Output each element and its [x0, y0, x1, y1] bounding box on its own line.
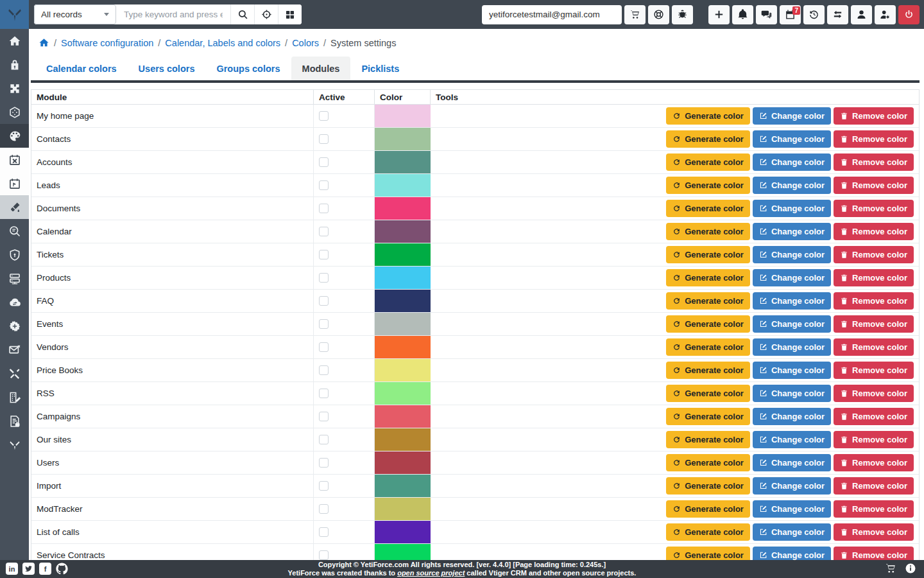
active-checkbox[interactable]	[319, 157, 329, 167]
remove-color-button[interactable]: Remove color	[834, 292, 914, 310]
tab-modules[interactable]: Modules	[291, 57, 351, 80]
active-checkbox[interactable]	[319, 296, 329, 306]
records-filter-select[interactable]: All records	[34, 4, 116, 24]
change-color-button[interactable]: Change color	[753, 454, 831, 471]
remove-color-button[interactable]: Remove color	[834, 315, 914, 333]
sidebar-item-documents[interactable]	[0, 409, 29, 433]
change-color-button[interactable]: Change color	[753, 385, 831, 402]
generate-color-button[interactable]: Generate color	[666, 408, 750, 425]
github-icon[interactable]	[56, 563, 68, 575]
tab-groups-colors[interactable]: Groups colors	[205, 57, 291, 80]
remove-color-button[interactable]: Remove color	[834, 200, 914, 217]
change-color-button[interactable]: Change color	[753, 362, 831, 379]
calendar-reminders-button[interactable]: 7	[780, 5, 801, 24]
tab-picklists[interactable]: Picklists	[350, 57, 410, 80]
linkedin-icon[interactable]: in	[6, 563, 18, 575]
email-field[interactable]	[482, 5, 622, 24]
open-source-link[interactable]: open source project	[397, 569, 465, 577]
sidebar-item-yetiforce[interactable]	[0, 433, 29, 457]
sidebar-item-colors-paint[interactable]	[0, 195, 29, 219]
change-color-button[interactable]: Change color	[753, 431, 831, 448]
active-checkbox[interactable]	[319, 481, 329, 491]
generate-color-button[interactable]: Generate color	[666, 315, 750, 333]
remove-color-button[interactable]: Remove color	[834, 408, 914, 425]
chat-button[interactable]	[756, 5, 777, 24]
change-color-button[interactable]: Change color	[753, 130, 831, 148]
sidebar-item-integrations[interactable]	[0, 76, 29, 100]
breadcrumb-home-link[interactable]	[38, 37, 49, 48]
history-button[interactable]	[803, 5, 825, 24]
active-checkbox[interactable]	[319, 134, 329, 144]
active-checkbox[interactable]	[319, 342, 329, 352]
remove-color-button[interactable]: Remove color	[834, 223, 914, 240]
generate-color-button[interactable]: Generate color	[666, 523, 750, 541]
generate-color-button[interactable]: Generate color	[666, 130, 750, 148]
generate-color-button[interactable]: Generate color	[666, 223, 750, 240]
remove-color-button[interactable]: Remove color	[834, 454, 914, 471]
generate-color-button[interactable]: Generate color	[666, 431, 750, 448]
generate-color-button[interactable]: Generate color	[666, 153, 750, 171]
change-color-button[interactable]: Change color	[753, 177, 831, 194]
change-color-button[interactable]: Change color	[753, 153, 831, 171]
info-icon[interactable]	[905, 563, 916, 574]
remove-color-button[interactable]: Remove color	[834, 385, 914, 402]
breadcrumb-link-calendar-labels-colors[interactable]: Calendar, Labels and colors	[165, 38, 280, 48]
facebook-icon[interactable]: f	[39, 563, 51, 575]
change-color-button[interactable]: Change color	[753, 523, 831, 541]
logout-button[interactable]	[898, 5, 920, 24]
generate-color-button[interactable]: Generate color	[666, 269, 750, 286]
change-color-button[interactable]: Change color	[753, 477, 831, 495]
change-color-button[interactable]: Change color	[753, 500, 831, 518]
sidebar-item-mail-tools[interactable]	[0, 338, 29, 362]
active-checkbox[interactable]	[319, 319, 329, 329]
sidebar-item-search-setup[interactable]	[0, 219, 29, 243]
active-checkbox[interactable]	[319, 204, 329, 213]
active-checkbox[interactable]	[319, 550, 329, 560]
locate-button[interactable]	[254, 4, 278, 24]
search-button[interactable]	[230, 4, 254, 24]
twitter-icon[interactable]	[22, 563, 35, 575]
generate-color-button[interactable]: Generate color	[666, 338, 750, 356]
yetiforce-logo[interactable]	[0, 0, 29, 29]
remove-color-button[interactable]: Remove color	[834, 177, 914, 194]
shop-button[interactable]	[624, 5, 646, 24]
sidebar-item-calendar-labels[interactable]	[0, 171, 29, 195]
sidebar-item-permissions[interactable]	[0, 243, 29, 267]
sidebar-item-cloud-sync[interactable]	[0, 290, 29, 314]
remove-color-button[interactable]: Remove color	[834, 500, 914, 518]
active-checkbox[interactable]	[319, 389, 329, 398]
sidebar-item-server[interactable]	[0, 267, 29, 290]
change-color-button[interactable]: Change color	[753, 269, 831, 286]
user-settings-button[interactable]	[875, 5, 896, 24]
sidebar-item-home[interactable]	[0, 29, 29, 53]
change-color-button[interactable]: Change color	[753, 246, 831, 263]
remove-color-button[interactable]: Remove color	[834, 523, 914, 541]
active-checkbox[interactable]	[319, 273, 329, 283]
generate-color-button[interactable]: Generate color	[666, 385, 750, 402]
change-color-button[interactable]: Change color	[753, 315, 831, 333]
remove-color-button[interactable]: Remove color	[834, 107, 914, 125]
change-color-button[interactable]: Change color	[753, 408, 831, 425]
notifications-button[interactable]	[732, 5, 753, 24]
remove-color-button[interactable]: Remove color	[834, 246, 914, 263]
bug-report-button[interactable]	[672, 5, 693, 24]
sidebar-item-colors[interactable]	[0, 124, 29, 148]
active-checkbox[interactable]	[319, 227, 329, 236]
generate-color-button[interactable]: Generate color	[666, 246, 750, 263]
search-input[interactable]	[116, 4, 230, 24]
remove-color-button[interactable]: Remove color	[834, 153, 914, 171]
sidebar-item-security[interactable]	[0, 53, 29, 76]
active-checkbox[interactable]	[319, 504, 329, 514]
remove-color-button[interactable]: Remove color	[834, 269, 914, 286]
active-checkbox[interactable]	[319, 527, 329, 537]
apps-menu-button[interactable]	[278, 4, 302, 24]
active-checkbox[interactable]	[319, 250, 329, 259]
change-color-button[interactable]: Change color	[753, 200, 831, 217]
active-checkbox[interactable]	[319, 435, 329, 444]
generate-color-button[interactable]: Generate color	[666, 292, 750, 310]
profile-button[interactable]	[851, 5, 872, 24]
generate-color-button[interactable]: Generate color	[666, 362, 750, 379]
generate-color-button[interactable]: Generate color	[666, 107, 750, 125]
sidebar-item-modules[interactable]	[0, 100, 29, 124]
remove-color-button[interactable]: Remove color	[834, 477, 914, 495]
